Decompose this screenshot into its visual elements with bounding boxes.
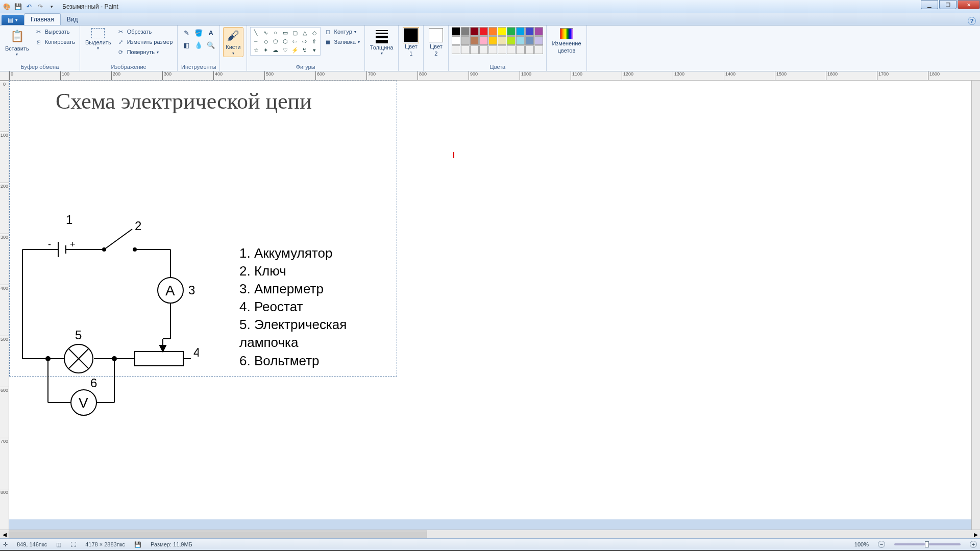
- copy-icon: ⎘: [35, 38, 43, 46]
- canvas[interactable]: Схема электрической цепи: [9, 81, 971, 519]
- help-icon[interactable]: ?: [968, 17, 976, 25]
- copy-button[interactable]: ⎘Копировать: [33, 37, 77, 46]
- fill-tool[interactable]: 🪣: [193, 27, 204, 38]
- palette-swatch[interactable]: [498, 27, 506, 36]
- fill-shape-button[interactable]: ◼Заливка ▾: [323, 37, 361, 46]
- color2-button[interactable]: Цвет 2: [427, 27, 445, 58]
- filesize: Размер: 11,9МБ: [151, 541, 192, 547]
- group-image: Выделить ▾ ✂Обрезать ⤢Изменить размер ⟳П…: [80, 26, 178, 71]
- zoom-slider[interactable]: [894, 543, 961, 545]
- pencil-tool[interactable]: ✎: [181, 27, 192, 38]
- group-edit-colors: Изменение цветов: [547, 26, 586, 71]
- scrollbar-horizontal[interactable]: ◂ ▸: [0, 530, 980, 538]
- close-button[interactable]: ✕: [958, 0, 980, 9]
- palette-swatch[interactable]: [498, 45, 506, 54]
- crop-button[interactable]: ✂Обрезать: [115, 27, 175, 36]
- picker-tool[interactable]: 💧: [193, 39, 204, 51]
- palette-swatch[interactable]: [507, 27, 516, 36]
- palette-swatch[interactable]: [498, 36, 506, 45]
- color-palette[interactable]: [452, 27, 543, 54]
- tab-view[interactable]: Вид: [61, 14, 84, 25]
- resize-button[interactable]: ⤢Изменить размер: [115, 37, 175, 46]
- file-menu-button[interactable]: ▤▾: [2, 15, 24, 25]
- palette-swatch[interactable]: [525, 36, 534, 45]
- palette-swatch[interactable]: [470, 45, 479, 54]
- save-icon[interactable]: 💾: [13, 2, 22, 11]
- text-tool[interactable]: A: [205, 27, 216, 38]
- quick-access-toolbar: 🎨 💾 ↶ ↷ ▾: [0, 2, 58, 11]
- palette-swatch[interactable]: [516, 27, 525, 36]
- undo-icon[interactable]: ↶: [24, 2, 34, 11]
- edit-colors-icon: [560, 28, 573, 39]
- palette-swatch[interactable]: [461, 27, 470, 36]
- zoom-tool[interactable]: 🔍: [205, 39, 216, 51]
- rotate-button[interactable]: ⟳Повернуть ▾: [115, 47, 175, 57]
- palette-swatch[interactable]: [452, 27, 460, 36]
- palette-swatch[interactable]: [461, 36, 470, 45]
- select-button[interactable]: Выделить ▾: [83, 27, 113, 52]
- pasted-image[interactable]: Схема электрической цепи: [9, 81, 397, 377]
- palette-swatch[interactable]: [479, 45, 488, 54]
- palette-swatch[interactable]: [452, 45, 460, 54]
- palette-swatch[interactable]: [534, 36, 543, 45]
- ruler-horizontal: 0100200300400500600700800900100011001200…: [9, 71, 980, 81]
- legend-item: 4. Реостат: [239, 298, 397, 316]
- zoom-out-button[interactable]: −: [878, 541, 885, 548]
- app-icon: 🎨: [2, 2, 11, 11]
- palette-swatch[interactable]: [507, 45, 516, 54]
- brushes-button[interactable]: 🖌 Кисти ▾: [223, 27, 243, 57]
- palette-swatch[interactable]: [534, 27, 543, 36]
- label-6: 6: [90, 376, 97, 390]
- zoom-value: 100%: [854, 541, 869, 547]
- label-4: 4: [193, 345, 199, 359]
- palette-swatch[interactable]: [525, 27, 534, 36]
- palette-swatch[interactable]: [470, 27, 479, 36]
- title-bar: 🎨 💾 ↶ ↷ ▾ Безымянный - Paint ▁ ❐ ✕: [0, 0, 980, 13]
- palette-swatch[interactable]: [470, 36, 479, 45]
- eraser-tool[interactable]: ◧: [181, 39, 192, 51]
- palette-swatch[interactable]: [479, 36, 488, 45]
- paste-button[interactable]: 📋 Вставить ▾: [3, 27, 31, 58]
- palette-swatch[interactable]: [516, 36, 525, 45]
- label-minus: -: [48, 239, 51, 249]
- outline-button[interactable]: ◻Контур ▾: [323, 27, 361, 36]
- canvas-area[interactable]: Схема электрической цепи: [9, 81, 971, 530]
- ruler-corner: [0, 71, 9, 81]
- cut-label: Вырезать: [45, 29, 70, 35]
- palette-swatch[interactable]: [516, 45, 525, 54]
- tab-home[interactable]: Главная: [24, 13, 61, 25]
- paste-label: Вставить: [5, 45, 29, 52]
- palette-swatch[interactable]: [488, 27, 497, 36]
- palette-swatch[interactable]: [525, 45, 534, 54]
- palette-swatch[interactable]: [452, 36, 460, 45]
- minimize-button[interactable]: ▁: [921, 0, 938, 9]
- legend-item: 1. Аккумулятор: [239, 244, 397, 262]
- outline-icon: ◻: [324, 28, 332, 36]
- shapes-gallery[interactable]: ╲∿○▭▢△◇ →◇⬠⬡⇦⇨⇧ ☆✦☁♡⚡↯▾: [250, 27, 321, 56]
- thickness-button[interactable]: Толщина ▾: [368, 27, 396, 57]
- qat-dropdown-icon[interactable]: ▾: [47, 2, 56, 11]
- circuit-diagram: 1 2 3 4 5 6 - + A V: [15, 198, 199, 438]
- scrollbar-vertical[interactable]: [971, 81, 980, 530]
- palette-swatch[interactable]: [507, 36, 516, 45]
- palette-swatch[interactable]: [461, 45, 470, 54]
- zoom-in-button[interactable]: +: [970, 541, 977, 548]
- color1-button[interactable]: Цвет 1: [402, 27, 420, 58]
- maximize-button[interactable]: ❐: [939, 0, 957, 9]
- palette-swatch[interactable]: [479, 27, 488, 36]
- label-2: 2: [135, 219, 141, 233]
- palette-swatch[interactable]: [488, 45, 497, 54]
- crop-icon: ✂: [117, 28, 125, 36]
- label-A: A: [165, 283, 175, 298]
- cut-button[interactable]: ✂Вырезать: [33, 27, 77, 36]
- palette-swatch[interactable]: [488, 36, 497, 45]
- palette-swatch[interactable]: [534, 45, 543, 54]
- window-controls: ▁ ❐ ✕: [920, 0, 980, 11]
- redo-icon[interactable]: ↷: [36, 2, 45, 11]
- group-thickness-label: [381, 63, 382, 71]
- edit-colors-button[interactable]: Изменение цветов: [550, 27, 583, 55]
- color1-label2: 1: [409, 51, 412, 57]
- color2-swatch: [429, 28, 443, 42]
- resize-label: Изменить размер: [127, 39, 173, 45]
- tools-grid: ✎ 🪣 A ◧ 💧 🔍: [181, 27, 216, 51]
